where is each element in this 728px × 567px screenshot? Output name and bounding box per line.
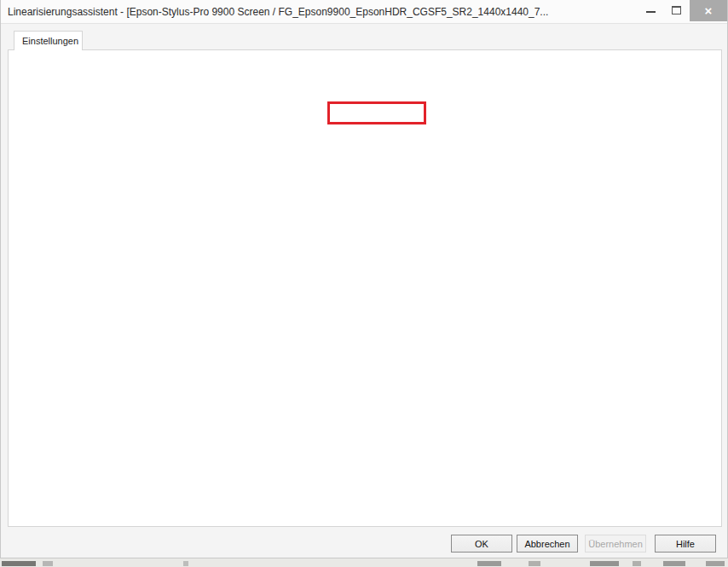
background-artifact [590, 561, 619, 566]
apply-button[interactable]: Übernehmen [585, 535, 646, 553]
maximize-icon [672, 6, 681, 14]
background-artifact [706, 561, 725, 566]
minimize-button[interactable] [638, 0, 662, 21]
background-artifact [663, 561, 685, 566]
ok-button[interactable]: OK [451, 535, 512, 553]
maximize-button[interactable] [664, 0, 688, 21]
close-button[interactable]: × [690, 0, 727, 21]
background-artifact [633, 561, 641, 566]
background-artifact [477, 561, 501, 566]
dialog-window: Linearisierungsassistent - [Epson-Stylus… [0, 0, 728, 558]
red-highlight-box [327, 101, 426, 124]
background-artifact [183, 561, 188, 566]
background-artifact [529, 561, 540, 566]
background-artifact [2, 561, 36, 566]
background-window-sliver [0, 559, 728, 567]
tab-einstellungen[interactable]: Einstellungen [14, 31, 83, 50]
close-icon: × [705, 3, 713, 18]
window-title: Linearisierungsassistent - [Epson-Stylus… [8, 6, 548, 18]
background-artifact [43, 561, 53, 566]
help-button[interactable]: Hilfe [655, 535, 716, 553]
title-bar: Linearisierungsassistent - [Epson-Stylus… [1, 0, 727, 24]
minimize-icon [646, 11, 656, 13]
cancel-button[interactable]: Abbrechen [517, 535, 578, 553]
